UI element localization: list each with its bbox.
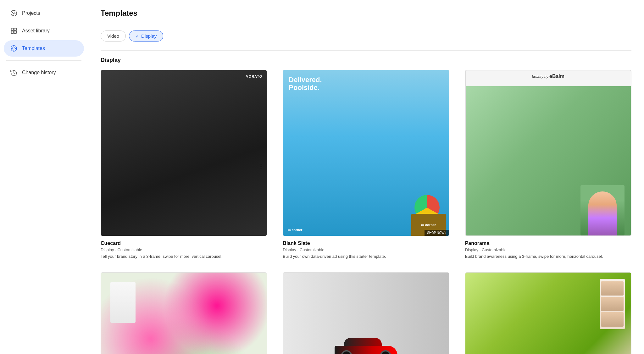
filter-divider <box>101 50 631 51</box>
template-grid: VORATO LEAVE THEPAST IN THEDUST ⋮ Cuecar… <box>101 70 631 354</box>
svg-rect-7 <box>14 31 16 33</box>
card-cuecard-name: Cuecard <box>101 241 267 246</box>
product-bottle-3 <box>601 312 624 326</box>
template-card-panorama[interactable]: beauty by eBalm Panorama Display · Custo… <box>465 70 631 260</box>
svg-point-2 <box>14 12 15 13</box>
template-card-gallery[interactable]: eBalm SHOP NOW Gallery with Blinds Trans… <box>465 272 631 354</box>
card-panorama-desc: Build brand awareness using a 3-frame, s… <box>465 254 631 259</box>
card-cuecard-desc: Tell your brand story in a 3-frame, swip… <box>101 254 267 259</box>
card-cuecard-meta: Display · Customizable <box>101 247 267 252</box>
svg-point-3 <box>14 13 15 14</box>
pano-brand: beauty by eBalm <box>532 74 564 79</box>
card-panorama-name: Panorama <box>465 241 631 246</box>
section-title: Display <box>101 57 631 64</box>
sidebar-divider <box>6 60 81 61</box>
filter-video-button[interactable]: Video <box>101 30 126 41</box>
sidebar-item-templates[interactable]: Templates <box>4 40 84 57</box>
svg-rect-5 <box>14 28 16 30</box>
template-card-cuecard[interactable]: VORATO LEAVE THEPAST IN THEDUST ⋮ Cuecar… <box>101 70 267 260</box>
vorato-label: VORATO <box>246 75 262 78</box>
svg-point-9 <box>12 47 15 50</box>
thumb-panorama: beauty by eBalm <box>465 70 631 236</box>
template-card-scratch[interactable]: ☞ SCRATCH OFF SHOP NOW eBalm Scratch to … <box>101 272 267 354</box>
filter-video-label: Video <box>107 33 119 39</box>
shop-now-bar: SHOP NOW › <box>425 230 449 236</box>
thumb-beforeafter: VORATO DRIVE NOW <box>283 272 449 354</box>
corner-logo: ▭ corner <box>287 228 302 232</box>
wheel-front <box>380 350 391 354</box>
card-blankslate-desc: Build your own data-driven ad using this… <box>283 254 449 259</box>
wheel-back <box>341 350 352 354</box>
template-card-blank-slate[interactable]: Delivered.Poolside. ▭ corner ▭ corner SH… <box>283 70 449 260</box>
card-blankslate-meta: Display · Customizable <box>283 247 449 252</box>
car-shape <box>335 343 397 354</box>
car-area <box>283 273 449 354</box>
product-display <box>600 279 625 329</box>
sidebar-item-templates-label: Templates <box>22 46 45 51</box>
filter-display-label: Display <box>141 33 157 39</box>
product-bottle-1 <box>601 281 624 296</box>
svg-point-1 <box>12 12 13 13</box>
svg-rect-6 <box>11 31 14 33</box>
card-blankslate-name: Blank Slate <box>283 241 449 246</box>
person-silhouette <box>588 191 617 235</box>
thumb-scratch: ☞ SCRATCH OFF SHOP NOW eBalm <box>101 272 267 354</box>
sidebar-item-change-history[interactable]: Change history <box>4 64 84 81</box>
sidebar-item-asset-library-label: Asset library <box>22 28 50 34</box>
sidebar: Projects Asset library Templates <box>0 0 88 354</box>
page-title: Templates <box>101 9 631 18</box>
svg-rect-4 <box>11 28 14 30</box>
car-body <box>335 346 397 354</box>
header-divider <box>101 24 631 24</box>
filter-display-button[interactable]: ✓ Display <box>129 30 163 41</box>
sidebar-item-asset-library[interactable]: Asset library <box>4 23 84 39</box>
templates-icon <box>10 45 18 52</box>
sidebar-item-change-history-label: Change history <box>22 70 56 75</box>
card-panorama-meta: Display · Customizable <box>465 247 631 252</box>
person-image <box>580 185 625 235</box>
sidebar-item-projects-label: Projects <box>22 10 40 16</box>
template-card-before-after[interactable]: VORATO DRIVE NOW Before and After Displa… <box>283 272 449 354</box>
history-icon <box>10 69 18 76</box>
grid-icon <box>10 27 18 35</box>
main-content: Templates Video ✓ Display Display VORATO… <box>88 0 644 354</box>
check-icon: ✓ <box>136 34 139 39</box>
thumb-cuecard: VORATO LEAVE THEPAST IN THEDUST ⋮ <box>101 70 267 236</box>
filter-bar: Video ✓ Display <box>101 30 631 41</box>
svg-point-0 <box>11 10 17 16</box>
thumb-blankslate: Delivered.Poolside. ▭ corner ▭ corner SH… <box>283 70 449 236</box>
blankslate-headline: Delivered.Poolside. <box>289 76 322 92</box>
product-bottle-2 <box>601 297 624 311</box>
thumb-gallery: eBalm SHOP NOW <box>465 272 631 354</box>
sidebar-item-projects[interactable]: Projects <box>4 5 84 21</box>
palette-icon <box>10 9 18 17</box>
